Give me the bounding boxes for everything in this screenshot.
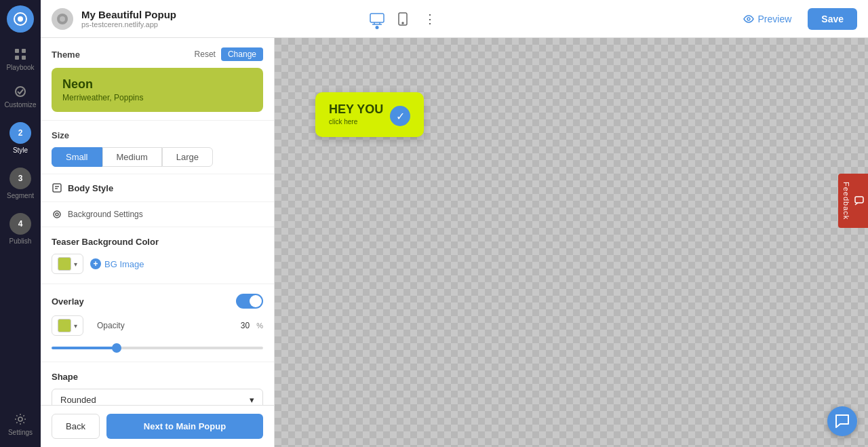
- toggle-knob: [250, 295, 262, 307]
- save-btn[interactable]: Save: [808, 8, 857, 30]
- size-buttons: Small Medium Large: [52, 147, 263, 167]
- background-settings-icon: [52, 209, 62, 220]
- popup-title: My Beautiful Popup: [81, 9, 359, 20]
- shape-label: Shape: [52, 372, 263, 382]
- sidebar-item-playbook[interactable]: Playbook: [0, 41, 41, 78]
- overlay-color-swatch-btn[interactable]: ▾: [52, 315, 83, 336]
- svg-rect-22: [855, 197, 863, 203]
- publish-step-badge: 4: [9, 213, 31, 235]
- sidebar-item-customize[interactable]: Customize: [0, 78, 41, 115]
- svg-point-20: [54, 211, 60, 218]
- back-btn[interactable]: Back: [52, 414, 100, 439]
- background-settings-label: Background Settings: [68, 210, 143, 219]
- settings-scroll: Body Style Background Settings Teaser Ba…: [41, 174, 274, 405]
- svg-point-1: [18, 16, 23, 22]
- desktop-device-btn[interactable]: [367, 10, 387, 28]
- top-header: My Beautiful Popup ps-testceren.netlify.…: [41, 0, 868, 38]
- theme-fonts: Merriweather, Poppins: [62, 93, 252, 102]
- svg-rect-3: [22, 49, 26, 53]
- header-title-group: My Beautiful Popup ps-testceren.netlify.…: [81, 9, 359, 28]
- bg-image-btn[interactable]: + BG Image: [90, 258, 144, 269]
- popup-text-group: HEY YOU click here: [329, 103, 384, 125]
- main-container: My Beautiful Popup ps-testceren.netlify.…: [41, 0, 868, 447]
- mobile-device-btn[interactable]: [395, 9, 410, 28]
- shape-section: Shape Rounded ▾: [41, 362, 274, 405]
- chat-bubble-btn[interactable]: [827, 406, 857, 436]
- sidebar-item-segment[interactable]: 3 Segment: [0, 161, 41, 206]
- site-icon: [52, 8, 73, 30]
- body-style-icon: [52, 182, 62, 193]
- popup-headline: HEY YOU: [329, 103, 384, 117]
- sidebar-item-customize-label: Customize: [4, 101, 36, 109]
- app-logo[interactable]: [7, 5, 34, 33]
- size-medium-btn[interactable]: Medium: [102, 147, 162, 167]
- feedback-label[interactable]: Feedback: [838, 174, 868, 228]
- body-style-section[interactable]: Body Style: [41, 174, 274, 202]
- overlay-color-row: ▾ Opacity 30 %: [52, 315, 263, 336]
- teaser-bg-color-group: Teaser Background Color ▾ + BG Image: [41, 227, 274, 284]
- teaser-color-row: ▾ + BG Image: [52, 254, 263, 274]
- sidebar-item-publish[interactable]: 4 Publish: [0, 206, 41, 252]
- shape-dropdown[interactable]: Rounded ▾: [52, 389, 263, 405]
- popup-subtitle: ps-testceren.netlify.app: [81, 20, 359, 28]
- opacity-value: 30: [241, 321, 250, 330]
- svg-point-15: [402, 22, 403, 24]
- theme-change-btn[interactable]: Change: [221, 47, 263, 61]
- teaser-color-swatch: [58, 257, 71, 271]
- svg-rect-5: [22, 56, 26, 60]
- bottom-actions: Back Next to Main Popup: [41, 405, 274, 447]
- segment-step-badge: 3: [9, 168, 31, 189]
- bg-image-label: BG Image: [104, 259, 144, 269]
- teaser-bg-color-title: Teaser Background Color: [52, 237, 263, 247]
- preview-label: Preview: [758, 14, 792, 24]
- svg-point-21: [56, 213, 58, 216]
- sidebar-item-playbook-label: Playbook: [6, 64, 34, 71]
- sidebar-item-publish-label: Publish: [9, 237, 32, 245]
- canvas-area: HEY YOU click here ✓ Feedback: [275, 38, 868, 447]
- size-section: Size Small Medium Large: [41, 121, 274, 174]
- feedback-tab[interactable]: Feedback: [838, 174, 868, 228]
- theme-actions: Reset Change: [195, 47, 263, 61]
- preview-btn[interactable]: Preview: [735, 8, 800, 30]
- shape-selected-value: Rounded: [60, 395, 96, 405]
- popup-subtext: click here: [329, 118, 384, 125]
- overlay-row: Overlay: [52, 294, 263, 309]
- plus-circle-icon: +: [90, 258, 101, 269]
- theme-header: Theme Reset Change: [52, 47, 263, 61]
- teaser-color-swatch-btn[interactable]: ▾: [52, 254, 83, 274]
- theme-section: Theme Reset Change Neon Merriweather, Po…: [41, 38, 274, 121]
- opacity-unit: %: [256, 322, 263, 330]
- size-label: Size: [52, 130, 263, 140]
- theme-card: Neon Merriweather, Poppins: [52, 68, 263, 112]
- more-options-btn[interactable]: ⋮: [418, 9, 441, 29]
- sidebar-item-settings[interactable]: Settings: [0, 406, 41, 447]
- overlay-toggle[interactable]: [236, 294, 263, 309]
- background-settings-section[interactable]: Background Settings: [41, 202, 274, 227]
- size-large-btn[interactable]: Large: [162, 147, 213, 167]
- svg-rect-10: [370, 14, 384, 22]
- overlay-dropdown-arrow: ▾: [74, 322, 77, 330]
- device-icons: ⋮: [367, 9, 441, 29]
- content-area: Theme Reset Change Neon Merriweather, Po…: [41, 38, 868, 447]
- style-step-badge: 2: [9, 122, 31, 144]
- teaser-color-dropdown-arrow: ▾: [74, 260, 77, 268]
- svg-rect-4: [15, 56, 19, 60]
- check-circle-icon: [14, 85, 27, 98]
- svg-point-16: [747, 18, 750, 20]
- size-small-btn[interactable]: Small: [52, 147, 102, 167]
- next-btn[interactable]: Next to Main Popup: [106, 414, 263, 439]
- overlay-color-swatch: [58, 319, 71, 332]
- sidebar-item-settings-label: Settings: [8, 429, 33, 436]
- slider-row: [52, 340, 263, 352]
- body-style-label: Body Style: [68, 183, 113, 193]
- sidebar-item-segment-label: Segment: [7, 192, 34, 199]
- left-panel: Theme Reset Change Neon Merriweather, Po…: [41, 38, 275, 447]
- overlay-label: Overlay: [52, 296, 84, 307]
- sidebar-item-style[interactable]: 2 Style: [0, 115, 41, 161]
- overlay-section: Overlay ▾ Opacity 30 %: [41, 284, 274, 362]
- sidebar-item-style-label: Style: [13, 147, 28, 154]
- gear-icon: [14, 412, 27, 426]
- popup-preview: HEY YOU click here ✓: [315, 92, 424, 137]
- theme-reset-btn[interactable]: Reset: [195, 47, 216, 61]
- opacity-slider[interactable]: [52, 347, 263, 349]
